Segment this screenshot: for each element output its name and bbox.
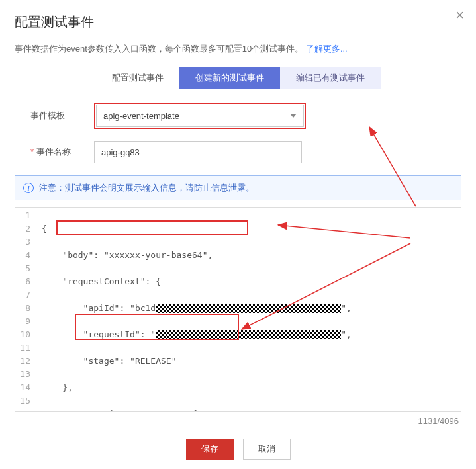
- save-button[interactable]: 保存: [186, 439, 234, 460]
- learn-more-link[interactable]: 了解更多...: [306, 44, 348, 54]
- name-input-wrap: [94, 141, 302, 163]
- code-gutter: 123456789101112131415: [15, 208, 36, 412]
- tab-config[interactable]: 配置测试事件: [96, 67, 179, 89]
- notice-banner: i 注意：测试事件会明文展示输入信息，请防止信息泄露。: [15, 175, 461, 200]
- code-line: },: [42, 381, 461, 394]
- tab-bar: 配置测试事件 创建新的测试事件 编辑已有测试事件: [15, 67, 461, 89]
- code-line: "queryStringParameters": {: [42, 407, 461, 412]
- code-line: "stage": "RELEASE": [42, 355, 461, 368]
- censor-block: [156, 304, 341, 313]
- code-line: "requestContext": {: [42, 275, 461, 288]
- required-marker: *: [30, 147, 34, 157]
- code-line: {: [42, 222, 461, 235]
- name-input[interactable]: [101, 148, 295, 157]
- template-label: 事件模板: [15, 110, 94, 122]
- code-line: "requestId": "",: [42, 328, 461, 341]
- code-line: "body": "xxxxxx-your-base64",: [42, 249, 461, 262]
- template-highlight: apig-event-template: [94, 103, 306, 129]
- code-line: "apiId": "bc1d",: [42, 302, 461, 315]
- chevron-down-icon: [290, 114, 297, 118]
- template-select[interactable]: apig-event-template: [96, 105, 304, 127]
- row-name: *事件名称: [15, 141, 461, 163]
- row-template: 事件模板 apig-event-template: [15, 103, 461, 129]
- tab-create[interactable]: 创建新的测试事件: [179, 67, 280, 89]
- close-icon[interactable]: ×: [455, 8, 464, 22]
- tab-edit[interactable]: 编辑已有测试事件: [280, 67, 381, 89]
- censor-block: [156, 330, 341, 339]
- dialog-title: 配置测试事件: [15, 13, 461, 31]
- notice-text: 注意：测试事件会明文展示输入信息，请防止信息泄露。: [39, 182, 254, 194]
- cancel-button[interactable]: 取消: [243, 439, 291, 460]
- dialog-desc: 事件数据作为event参数传入入口函数，每个函数最多可配置10个测试事件。 了解…: [15, 43, 461, 55]
- char-counter: 1131/4096: [15, 412, 461, 429]
- dialog-footer: 保存 取消: [0, 429, 476, 469]
- code-body[interactable]: { "body": "xxxxxx-your-base64", "request…: [36, 208, 461, 412]
- name-label: *事件名称: [15, 146, 94, 158]
- info-icon: i: [23, 183, 34, 193]
- desc-text: 事件数据作为event参数传入入口函数，每个函数最多可配置10个测试事件。: [15, 44, 303, 54]
- template-value: apig-event-template: [103, 111, 179, 121]
- code-editor[interactable]: 123456789101112131415 { "body": "xxxxxx-…: [15, 207, 461, 412]
